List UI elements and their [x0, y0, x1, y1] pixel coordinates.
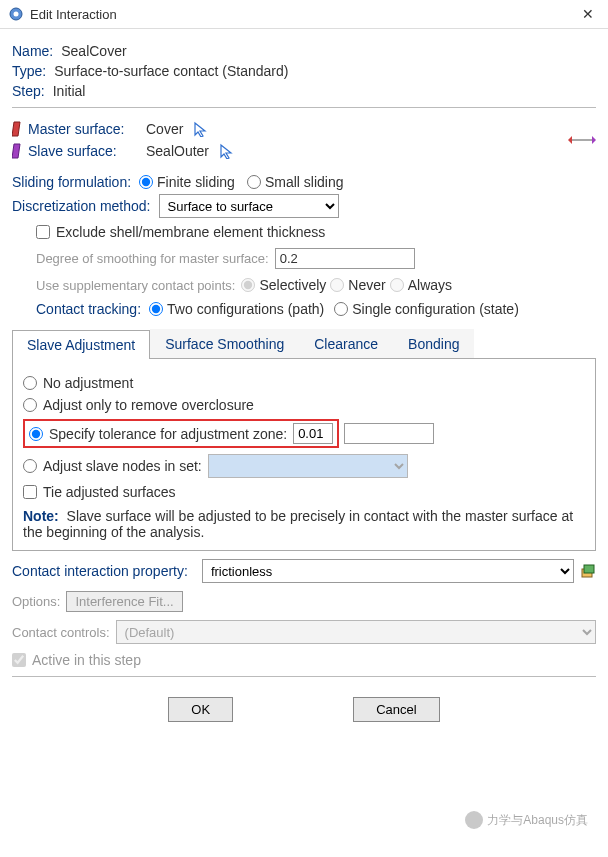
radio-remove-overclosure[interactable]: Adjust only to remove overclosure	[23, 397, 585, 413]
specify-tol-label: Specify tolerance for adjustment zone:	[49, 426, 287, 442]
tolerance-input[interactable]	[293, 423, 333, 444]
discretization-label: Discretization method:	[12, 198, 151, 214]
tabs: Slave Adjustment Surface Smoothing Clear…	[12, 329, 596, 359]
tolerance-input-ext[interactable]	[344, 423, 434, 444]
tab-bonding[interactable]: Bonding	[393, 329, 474, 358]
svg-rect-4	[584, 565, 594, 573]
window-title: Edit Interaction	[30, 7, 576, 22]
contact-controls-label: Contact controls:	[12, 625, 110, 640]
svg-point-1	[14, 12, 19, 17]
options-label: Options:	[12, 594, 60, 609]
tab-clearance[interactable]: Clearance	[299, 329, 393, 358]
exclude-checkbox[interactable]: Exclude shell/membrane element thickness	[36, 224, 596, 240]
note-text: Slave surface will be adjusted to be pre…	[23, 508, 573, 540]
cursor-icon[interactable]	[193, 121, 209, 137]
tab-slave-adjustment[interactable]: Slave Adjustment	[12, 330, 150, 359]
app-icon	[8, 6, 24, 22]
tie-checkbox[interactable]: Tie adjusted surfaces	[23, 484, 585, 500]
radio-two-config[interactable]: Two configurations (path)	[149, 301, 324, 317]
radio-small-sliding[interactable]: Small sliding	[247, 174, 344, 190]
radio-single-config[interactable]: Single configuration (state)	[334, 301, 519, 317]
note-label: Note:	[23, 508, 59, 524]
master-icon	[12, 120, 22, 138]
sliding-label: Sliding formulation:	[12, 174, 131, 190]
adjust-nodes-select	[208, 454, 408, 478]
contact-prop-select[interactable]: frictionless	[202, 559, 574, 583]
radio-no-adjustment[interactable]: No adjustment	[23, 375, 585, 391]
smoothing-input	[275, 248, 415, 269]
master-surface-label: Master surface:	[28, 121, 138, 137]
contact-controls-select: (Default)	[116, 620, 596, 644]
step-value: Initial	[53, 83, 86, 99]
interference-fit-button: Interference Fit...	[66, 591, 182, 612]
smoothing-label: Degree of smoothing for master surface:	[36, 251, 269, 266]
radio-never: Never	[330, 277, 385, 293]
tracking-label: Contact tracking:	[36, 301, 141, 317]
type-value: Surface-to-surface contact (Standard)	[54, 63, 288, 79]
cancel-button[interactable]: Cancel	[353, 697, 439, 722]
type-label: Type:	[12, 63, 46, 79]
radio-always: Always	[390, 277, 452, 293]
tab-surface-smoothing[interactable]: Surface Smoothing	[150, 329, 299, 358]
slave-surface-label: Slave surface:	[28, 143, 138, 159]
radio-finite-sliding[interactable]: Finite sliding	[139, 174, 235, 190]
close-button[interactable]: ✕	[576, 6, 600, 22]
edit-property-icon[interactable]	[580, 563, 596, 579]
active-checkbox: Active in this step	[12, 652, 596, 668]
master-surface-value: Cover	[146, 121, 183, 137]
titlebar: Edit Interaction ✕	[0, 0, 608, 29]
slave-icon	[12, 142, 22, 160]
contact-prop-label: Contact interaction property:	[12, 563, 188, 579]
name-value: SealCover	[61, 43, 126, 59]
slave-surface-value: SealOuter	[146, 143, 209, 159]
swap-surfaces-icon[interactable]	[568, 131, 596, 149]
discretization-select[interactable]: Surface to surface	[159, 194, 339, 218]
radio-selectively: Selectively	[241, 277, 326, 293]
cursor-icon[interactable]	[219, 143, 235, 159]
step-label: Step:	[12, 83, 45, 99]
name-label: Name:	[12, 43, 53, 59]
radio-adjust-nodes[interactable]: Adjust slave nodes in set:	[23, 454, 585, 478]
ok-button[interactable]: OK	[168, 697, 233, 722]
radio-specify-tolerance[interactable]	[29, 427, 43, 441]
supplementary-label: Use supplementary contact points:	[36, 278, 235, 293]
